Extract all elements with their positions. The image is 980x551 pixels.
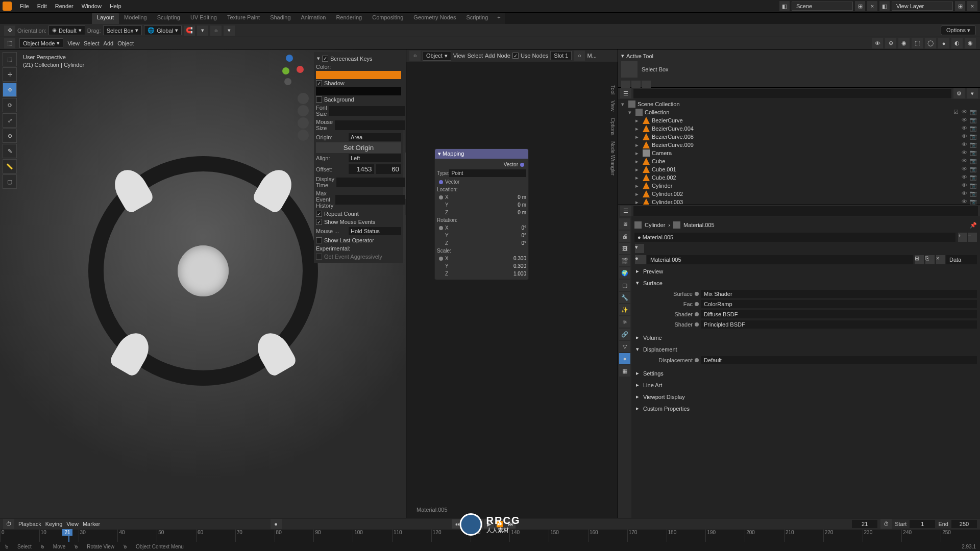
link-dot-icon[interactable] <box>695 322 699 327</box>
tab-view[interactable]: View <box>405 93 406 112</box>
disable-toggle[interactable]: 📷 <box>970 174 977 181</box>
scene-name-field[interactable]: Scene <box>792 2 853 11</box>
scene-delete-button[interactable]: × <box>867 1 877 11</box>
maxevent-input[interactable] <box>335 195 406 205</box>
vector-input-socket[interactable] <box>439 180 443 184</box>
outliner-new-collection-icon[interactable]: ▾ <box>967 88 978 98</box>
menu-window[interactable]: Window <box>78 3 106 9</box>
disable-toggle[interactable]: 📷 <box>970 198 977 205</box>
prop-tab-material[interactable]: ● <box>619 353 630 364</box>
shading-wireframe[interactable]: ◯ <box>925 38 936 48</box>
link-dot-icon[interactable] <box>695 312 699 316</box>
tab-geometry-nodes[interactable]: Geometry Nodes <box>408 13 461 24</box>
disp-value[interactable]: Default <box>701 356 977 364</box>
tab-layout[interactable]: Layout <box>92 13 119 24</box>
material-name-field[interactable]: Material.005 <box>647 255 913 264</box>
scaz-value[interactable]: 1.000 <box>486 271 527 277</box>
outliner-collection[interactable]: ▾ Collection ☑👁📷 <box>619 108 979 116</box>
link-dot-icon[interactable] <box>695 302 699 306</box>
hide-toggle[interactable]: 👁 <box>962 174 969 181</box>
hide-toggle[interactable]: 👁 <box>962 117 969 124</box>
displaytime-input[interactable] <box>336 178 406 187</box>
node-tab-wrangler[interactable]: Node Wrangler <box>609 138 617 179</box>
shading-solid[interactable]: ● <box>938 38 949 48</box>
shadow-toggle[interactable] <box>316 80 322 86</box>
disable-toggle[interactable]: 📷 <box>970 141 977 148</box>
volume-panel-header[interactable]: ▸Volume <box>634 333 977 342</box>
align-dropdown[interactable]: Left <box>349 154 401 162</box>
menu-select[interactable]: Select <box>84 40 100 46</box>
color-swatch[interactable] <box>316 71 401 79</box>
menu-view[interactable]: View <box>67 40 80 46</box>
tab-texture-paint[interactable]: Texture Paint <box>222 13 265 24</box>
mousesize-input[interactable] <box>335 120 406 130</box>
getevent-toggle[interactable] <box>316 254 322 260</box>
cursor-tool[interactable]: ✛ <box>3 67 17 82</box>
mat-copy-button[interactable]: ⎘ <box>925 255 935 264</box>
disable-toggle[interactable]: 📷 <box>970 158 977 165</box>
offset-y-input[interactable] <box>376 164 402 174</box>
add-tool[interactable]: ▢ <box>3 174 17 189</box>
prop-tab-object[interactable]: ▢ <box>619 280 630 291</box>
disable-toggle[interactable]: 📷 <box>970 166 977 173</box>
orientation-dropdown[interactable]: ⊕Default▾ <box>48 26 85 35</box>
tab-item[interactable]: Item <box>405 57 406 75</box>
offset-x-input[interactable] <box>349 164 374 174</box>
scale-socket[interactable] <box>439 257 443 261</box>
hide-toggle[interactable]: 👁 <box>962 125 969 132</box>
outliner-item[interactable]: ▸Cube👁📷 <box>619 157 979 165</box>
type-dropdown[interactable]: Point <box>449 169 526 177</box>
viewlayer-browse-icon[interactable]: ◧ <box>879 1 890 11</box>
tab-screencast[interactable]: Screencast Keys <box>405 153 406 199</box>
mat-unlink-button[interactable]: × <box>936 255 945 264</box>
node-tab-options[interactable]: Options <box>609 115 617 138</box>
hide-toggle[interactable]: 👁 <box>962 198 969 205</box>
rotz-value[interactable]: 0° <box>486 240 527 246</box>
disable-toggle[interactable]: 📷 <box>970 133 977 140</box>
link-mode[interactable]: Data <box>946 255 977 264</box>
hide-toggle[interactable]: 👁 <box>962 109 969 116</box>
outliner-item[interactable]: ▸Cylinder👁📷 <box>619 182 979 190</box>
link-dot-icon[interactable] <box>695 292 699 296</box>
roty-value[interactable]: 0° <box>486 233 527 238</box>
hide-toggle[interactable]: 👁 <box>962 141 969 148</box>
outliner-item[interactable]: ▸BezierCurve👁📷 <box>619 116 979 124</box>
mat-browse-button[interactable]: ● <box>635 255 646 264</box>
scax-value[interactable]: 0.300 <box>486 256 527 261</box>
timeline-type-icon[interactable]: ⏱ <box>3 519 14 529</box>
z-axis-icon[interactable] <box>286 55 293 62</box>
viewport-display-panel-header[interactable]: ▸Viewport Display <box>634 392 977 402</box>
outliner-search[interactable] <box>633 89 951 98</box>
node-editor-type-icon[interactable]: ○ <box>409 51 421 61</box>
background-toggle[interactable] <box>316 96 322 103</box>
transform-orientation-dropdown[interactable]: 🌐Global▾ <box>144 26 182 35</box>
outliner-filter-icon[interactable]: ⚙ <box>953 88 965 98</box>
gizmo-toggle[interactable]: ⊕ <box>885 38 896 48</box>
y-axis-icon[interactable] <box>282 67 289 74</box>
prop-tab-modifier[interactable]: 🔧 <box>619 292 630 303</box>
tab-tool[interactable]: Tool <box>405 75 406 92</box>
prop-tab-viewlayer[interactable]: 🖼 <box>619 243 630 254</box>
prop-tab-render[interactable]: 🖥 <box>619 218 630 230</box>
tab-animation[interactable]: Animation <box>296 13 331 24</box>
node-menu-node[interactable]: Node <box>497 53 510 59</box>
outliner-item[interactable]: ▸Cube.002👁📷 <box>619 173 979 182</box>
shading-rendered[interactable]: ◉ <box>965 38 976 48</box>
cursor-tool-icon[interactable]: ✥ <box>4 26 15 36</box>
start-frame-field[interactable]: 1 <box>910 520 935 528</box>
hide-toggle[interactable]: 👁 <box>962 190 969 197</box>
frame-range-icon[interactable]: ⏱ <box>880 519 892 529</box>
outliner-item[interactable]: ▸Cylinder.002👁📷 <box>619 190 979 198</box>
timeline-view[interactable]: View <box>66 521 79 527</box>
slot-add-button[interactable]: + <box>958 233 967 242</box>
blender-logo-icon[interactable] <box>3 2 12 11</box>
outliner-item[interactable]: ▸Cylinder.003👁📷 <box>619 198 979 205</box>
prop-tab-texture[interactable]: ▦ <box>619 365 630 377</box>
outliner-item[interactable]: ▸BezierCurve.008👁📷 <box>619 133 979 141</box>
menu-render[interactable]: Render <box>51 3 78 9</box>
prop-tab-physics[interactable]: ⚛ <box>619 316 630 328</box>
prop-tab-constraint[interactable]: 🔗 <box>619 329 630 340</box>
panel-chevron-icon[interactable]: ▾ <box>317 55 320 62</box>
proportional-dropdown[interactable]: ▾ <box>224 26 235 36</box>
disable-toggle[interactable]: 📷 <box>970 117 977 124</box>
